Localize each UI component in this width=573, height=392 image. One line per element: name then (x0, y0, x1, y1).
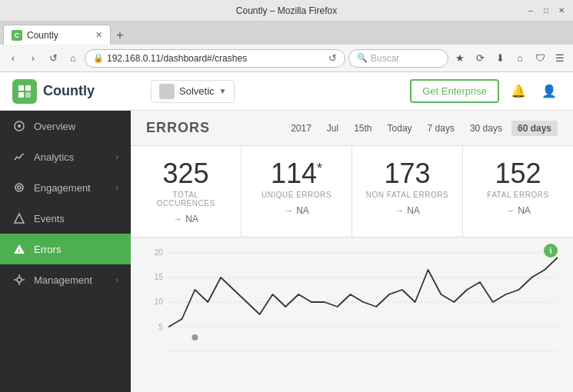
errors-icon: ! (12, 242, 26, 256)
stats-row: 325 TOTAL OCCURENCES → NA 114* UNIQUE ER… (131, 145, 573, 238)
engagement-chevron-icon: › (116, 184, 118, 192)
tab-favicon: C (12, 30, 22, 41)
browser-toolbar: ‹ › ↺ ⌂ 🔒 192.168.0.11/dashboard#/crashe… (0, 45, 573, 72)
trend-arrow-icon: → (395, 205, 404, 216)
svg-point-5 (18, 125, 21, 128)
stat-label-nonfatal: NON FATAL ERRORS (365, 191, 450, 199)
sidebar-item-label: Errors (34, 244, 118, 255)
trend-arrow-icon: → (284, 205, 293, 216)
svg-marker-8 (15, 214, 24, 223)
filter-today[interactable]: Today (381, 121, 418, 136)
svg-rect-3 (25, 92, 31, 98)
home-button[interactable]: ⌂ (65, 50, 82, 67)
sidebar-item-label: Analytics (34, 151, 108, 163)
chart-info-icon[interactable]: i (544, 244, 558, 257)
trend-arrow-icon: → (173, 214, 182, 224)
main-content: ERRORS 2017 Jul 15th Today 7 days 30 day… (131, 111, 573, 392)
svg-point-25 (192, 334, 198, 341)
stat-card-fatal: 152 FATAL ERRORS → NA (463, 146, 573, 237)
bell-button[interactable]: 🔔 (507, 80, 530, 103)
close-button[interactable]: ✕ (556, 5, 567, 16)
date-filters: 2017 Jul 15th Today 7 days 30 days 60 da… (285, 121, 558, 136)
filter-60days[interactable]: 60 days (511, 121, 558, 136)
stat-trend-nonfatal: → NA (365, 205, 450, 216)
sidebar-item-events[interactable]: Events (0, 203, 131, 234)
svg-text:10: 10 (155, 297, 163, 306)
active-tab[interactable]: C Countly ✕ (3, 25, 111, 45)
engagement-icon (12, 181, 26, 194)
errors-header: ERRORS 2017 Jul 15th Today 7 days 30 day… (131, 111, 573, 145)
events-icon (12, 211, 26, 225)
svg-text:15: 15 (155, 273, 163, 281)
filter-15th[interactable]: 15th (348, 121, 378, 136)
browser-titlebar: Countly – Mozilla Firefox – □ ✕ (0, 0, 573, 22)
minimize-button[interactable]: – (525, 5, 536, 16)
tab-label: Countly (27, 30, 58, 41)
sidebar-item-analytics[interactable]: Analytics › (0, 141, 131, 172)
search-placeholder: Buscar (371, 53, 399, 64)
address-bar[interactable]: 🔒 192.168.0.11/dashboard#/crashes ↺ (85, 49, 345, 68)
filter-jul[interactable]: Jul (321, 121, 345, 136)
overview-icon (12, 119, 26, 133)
sidebar-item-label: Engagement (34, 182, 108, 194)
stat-card-total: 325 TOTAL OCCURENCES → NA (131, 146, 242, 237)
chart-area: i 20 15 10 5 (131, 238, 573, 392)
menu-icon[interactable]: ☰ (551, 50, 568, 67)
filter-30days[interactable]: 30 days (464, 121, 508, 136)
download-icon[interactable]: ⬇ (491, 50, 508, 67)
workspace-name: Solvetic (179, 85, 215, 97)
tab-bar: C Countly ✕ + (0, 22, 573, 45)
reload-button[interactable]: ↺ (45, 50, 62, 67)
svg-point-11 (17, 277, 22, 282)
svg-rect-2 (18, 92, 24, 98)
maximize-button[interactable]: □ (541, 5, 551, 16)
sidebar-item-overview[interactable]: Overview (0, 111, 131, 141)
workspace-icon (159, 84, 175, 99)
stat-number-nonfatal: 173 (365, 158, 450, 189)
sidebar-item-engagement[interactable]: Engagement › (0, 172, 131, 203)
sidebar-item-label: Overview (34, 121, 118, 132)
app-logo: Countly (12, 79, 151, 104)
svg-text:!: ! (18, 247, 20, 254)
sidebar-item-label: Events (34, 213, 118, 224)
back-button[interactable]: ‹ (5, 50, 22, 67)
shield-icon[interactable]: 🛡 (531, 50, 548, 67)
sidebar: Overview Analytics › Engagement › (0, 111, 131, 392)
home-toolbar-icon[interactable]: ⌂ (511, 50, 528, 67)
address-text: 192.168.0.11/dashboard#/crashes (107, 53, 325, 64)
svg-text:20: 20 (155, 248, 163, 257)
browser-title: Countly – Mozilla Firefox (236, 5, 337, 16)
svg-rect-1 (25, 85, 31, 91)
tab-close-button[interactable]: ✕ (95, 30, 102, 40)
toolbar-icons: ★ ⟳ ⬇ ⌂ 🛡 ☰ (451, 50, 568, 67)
errors-title: ERRORS (146, 120, 210, 136)
analytics-icon (12, 150, 26, 164)
svg-text:5: 5 (158, 323, 163, 331)
workspace-selector[interactable]: Solvetic ▼ (151, 80, 235, 103)
stat-number-total: 325 (143, 158, 228, 189)
app-layout: Overview Analytics › Engagement › (0, 111, 573, 392)
forward-button[interactable]: › (25, 50, 42, 67)
bookmark-icon[interactable]: ★ (451, 50, 468, 67)
stat-label-total: TOTAL OCCURENCES (143, 191, 228, 208)
stat-number-fatal: 152 (475, 158, 561, 189)
search-box[interactable]: 🔍 Buscar (348, 49, 448, 68)
stat-trend-total: → NA (143, 214, 228, 224)
app-topbar: Countly Solvetic ▼ Get Enterprise 🔔 👤 (0, 72, 573, 111)
filter-7days[interactable]: 7 days (421, 121, 461, 136)
sidebar-item-errors[interactable]: ! Errors (0, 234, 131, 264)
stat-label-unique: UNIQUE ERRORS (254, 191, 339, 199)
sync-icon[interactable]: ⟳ (471, 50, 488, 67)
stat-trend-fatal: → NA (475, 205, 561, 216)
stat-label-fatal: FATAL ERRORS (475, 191, 561, 199)
svg-point-7 (18, 186, 21, 189)
filter-2017[interactable]: 2017 (285, 121, 318, 136)
new-tab-button[interactable]: + (111, 26, 129, 45)
workspace-chevron-icon: ▼ (219, 87, 227, 95)
user-button[interactable]: 👤 (538, 80, 561, 103)
get-enterprise-button[interactable]: Get Enterprise (410, 79, 499, 103)
sidebar-item-management[interactable]: Management › (0, 264, 131, 295)
line-chart: 20 15 10 5 (146, 245, 558, 368)
trend-arrow-icon: → (505, 205, 515, 216)
stat-trend-unique: → NA (254, 205, 339, 216)
